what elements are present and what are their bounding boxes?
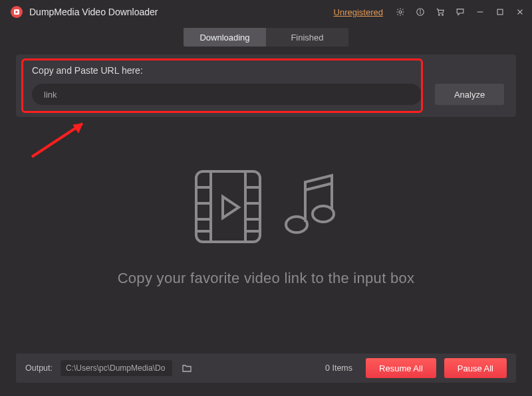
svg-point-4 — [420, 10, 421, 11]
titlebar: DumpMedia Video Downloader Unregistered — [0, 0, 532, 24]
arrow-annotation-icon — [25, 117, 98, 163]
app-title: DumpMedia Video Downloader — [29, 7, 158, 17]
pause-all-button[interactable]: Pause All — [444, 358, 507, 378]
unregistered-link[interactable]: Unregistered — [334, 7, 383, 17]
empty-state: Copy your favorite video link to the inp… — [0, 167, 532, 287]
tab-finished[interactable]: Finished — [266, 28, 348, 47]
svg-rect-8 — [497, 9, 503, 15]
tab-downloading[interactable]: Downloading — [184, 28, 266, 47]
output-path: C:\Users\pc\DumpMedia\Do — [61, 360, 172, 376]
svg-line-11 — [32, 124, 82, 157]
empty-state-hint: Copy your favorite video link to the inp… — [118, 270, 415, 287]
film-icon — [192, 167, 264, 246]
analyze-button[interactable]: Analyze — [435, 84, 504, 105]
url-panel: Copy and Paste URL here: Analyze — [16, 54, 516, 117]
svg-marker-12 — [73, 124, 82, 133]
close-icon[interactable] — [515, 7, 525, 17]
resume-all-button[interactable]: Resume All — [366, 358, 436, 378]
svg-point-25 — [313, 206, 334, 222]
settings-icon[interactable] — [395, 7, 406, 17]
svg-point-5 — [438, 15, 440, 16]
feedback-icon[interactable] — [455, 7, 466, 17]
svg-point-6 — [442, 15, 444, 16]
svg-line-26 — [305, 183, 332, 190]
app-logo-icon — [11, 6, 23, 18]
url-input[interactable] — [32, 84, 422, 105]
info-icon[interactable] — [415, 7, 426, 17]
url-label: Copy and Paste URL here: — [28, 65, 504, 76]
music-note-icon — [279, 170, 340, 243]
minimize-icon[interactable] — [475, 7, 485, 17]
svg-point-24 — [286, 217, 307, 233]
output-label: Output: — [25, 363, 53, 373]
svg-point-1 — [399, 11, 402, 13]
tabbar: Downloading Finished — [0, 24, 532, 54]
items-count: 0 Items — [325, 363, 352, 373]
maximize-icon[interactable] — [495, 7, 505, 17]
cart-icon[interactable] — [435, 7, 446, 17]
bottom-bar: Output: C:\Users\pc\DumpMedia\Do 0 Items… — [16, 353, 516, 383]
browse-folder-icon[interactable] — [180, 361, 194, 375]
